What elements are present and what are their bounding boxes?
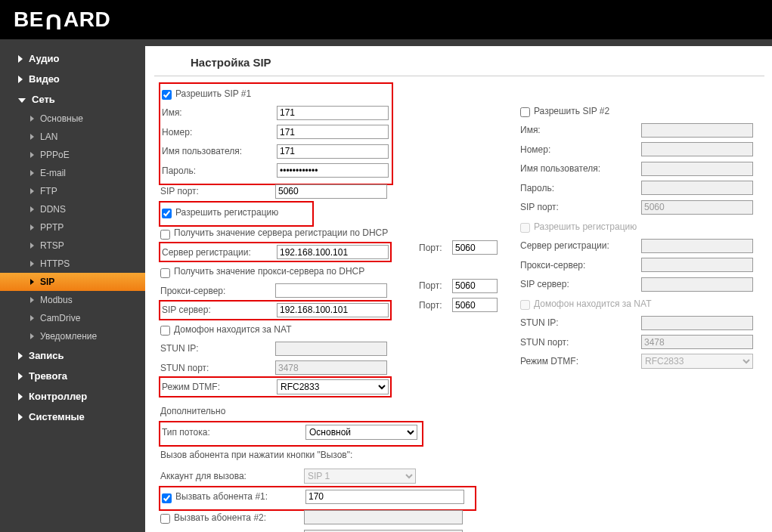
sip2-stunport-label: STUN порт: [520,337,641,348]
sip1-dtmf-select[interactable]: RFC2833 [277,379,389,394]
sip1-proxyport-input[interactable] [452,279,498,293]
sip1-dhcp-proxy-label: Получить значение прокси-сервера по DHCP [174,266,364,277]
sip1-nat-label: Домофон находится за NAT [174,324,291,335]
call2-checkbox[interactable] [160,514,170,524]
nav-record[interactable]: Запись [0,345,145,366]
sip1-pass-input[interactable] [277,163,389,178]
sip2-stunip-input[interactable] [641,316,753,330]
subnav-https[interactable]: HTTPS [30,255,145,273]
sip2-column: Разрешить SIP #2 Имя: Номер: Имя пользов… [520,84,772,398]
sip1-enable-checkbox[interactable] [162,90,172,100]
nav-alarm[interactable]: Тревога [0,366,145,386]
acct-select[interactable]: SIP 1 [304,469,416,484]
call3-input[interactable] [304,530,463,533]
sip2-user-input[interactable] [641,162,753,176]
sip1-sipsrv-input[interactable] [277,303,389,317]
sip2-pass-input[interactable] [641,181,753,195]
nav-system[interactable]: Системные [0,407,145,427]
call2-input[interactable] [304,510,463,524]
sip2-num-label: Номер: [520,144,641,155]
subnav-ftp[interactable]: FTP [30,182,145,200]
sip1-stunip-input[interactable] [275,342,387,356]
sip2-stunport-input[interactable] [641,335,753,349]
arrow-right-icon [18,373,23,380]
sip1-sipport-input[interactable] [275,184,387,199]
port-label: Порт: [414,280,452,291]
call2-label: Вызвать абонента #2: [174,512,304,523]
app-header: BEUARD [0,0,772,39]
nav-video[interactable]: Видео [0,69,145,89]
sip1-user-input[interactable] [277,144,389,159]
subnav-label: Modbus [40,295,73,305]
nav-network[interactable]: Сеть [0,89,145,110]
subnav-label: FTP [40,186,57,196]
sip2-proxy-input[interactable] [641,258,753,272]
sip1-user-label: Имя пользователя: [162,146,277,156]
sip2-name-input[interactable] [641,123,753,138]
subnav-email[interactable]: E-mail [30,164,145,182]
arrow-right-icon [18,352,23,360]
sip2-num-input[interactable] [641,142,753,156]
subnav-notify[interactable]: Уведомление [30,327,145,345]
sip1-dhcp-proxy-checkbox[interactable] [160,268,170,278]
subnav-pptp[interactable]: PPTP [30,218,145,237]
nav-controller[interactable]: Контроллер [0,386,145,407]
sip1-dhcp-reg-checkbox[interactable] [160,230,170,240]
subnav-label: HTTPS [40,258,70,269]
sip1-stunport-input[interactable] [275,360,387,375]
sip2-dtmf-select[interactable]: RFC2833 [641,354,753,369]
sip2-reg-checkbox[interactable] [520,223,530,233]
sip2-enable-checkbox[interactable] [520,107,530,117]
sip1-sipsrvport-input[interactable] [452,298,498,312]
sip1-sipsrv-label: SIP сервер: [162,305,277,315]
nav-label: Аудио [29,53,59,64]
sip1-regsrv-input[interactable] [277,245,389,259]
subnav-rtsp[interactable]: RTSP [30,237,145,255]
content-pane: Настройка SIP Разрешить SIP #1 Имя: Номе… [145,46,772,532]
sip2-sipsrv-label: SIP сервер: [520,279,641,289]
sip2-sipsrv-input[interactable] [641,277,753,292]
sip2-sipport-input[interactable] [641,200,753,215]
port-column: Порт: Порт: Порт: [414,84,498,398]
sip1-proxy-input[interactable] [275,283,387,298]
sip2-nat-checkbox[interactable] [520,300,530,310]
sip2-nat-label: Домофон находится за NAT [534,298,651,309]
subnav-label: Уведомление [40,331,97,342]
subnav-sip[interactable]: SIP [0,273,145,291]
sip1-reg-label: Разрешить регистрацию [175,207,278,218]
sip2-stunip-label: STUN IP: [520,317,641,328]
sip1-regport-input[interactable] [452,240,498,255]
subnav-label: CamDrive [40,313,80,323]
sip1-name-input[interactable] [277,106,389,120]
chevron-right-icon [30,116,34,122]
stream-select[interactable]: Основной [305,425,417,440]
sip1-num-input[interactable] [277,125,389,139]
sip1-nat-checkbox[interactable] [160,326,170,336]
subnav-camdrive[interactable]: CamDrive [30,309,145,327]
subnav-label: LAN [40,131,57,142]
sip2-regsrv-input[interactable] [641,239,753,253]
sip2-dtmf-label: Режим DTMF: [520,356,641,367]
sip1-stunport-label: STUN порт: [160,363,275,373]
subnav-label: RTSP [40,240,64,251]
subnav-label: PPPoE [40,150,70,160]
nav-label: Сеть [32,94,55,105]
chevron-right-icon [30,297,34,303]
sip2-sipport-label: SIP порт: [520,202,641,212]
chevron-right-icon [30,333,34,339]
subnav-ddns[interactable]: DDNS [30,200,145,218]
subnav-label: DDNS [40,204,66,215]
nav-audio[interactable]: Аудио [0,48,145,69]
subnav-pppoe[interactable]: PPPoE [30,146,145,164]
subnav-basic[interactable]: Основные [30,110,145,128]
subnav-lan[interactable]: LAN [30,128,145,146]
sip1-reg-checkbox[interactable] [162,209,172,218]
arrow-right-icon [18,76,23,83]
subnav-modbus[interactable]: Modbus [30,291,145,309]
chevron-right-icon [30,188,34,194]
arrow-right-icon [18,393,23,401]
call1-checkbox[interactable] [162,493,172,503]
subnav-label: Основные [40,113,83,124]
arrow-right-icon [18,55,23,63]
call1-input[interactable] [305,490,464,504]
